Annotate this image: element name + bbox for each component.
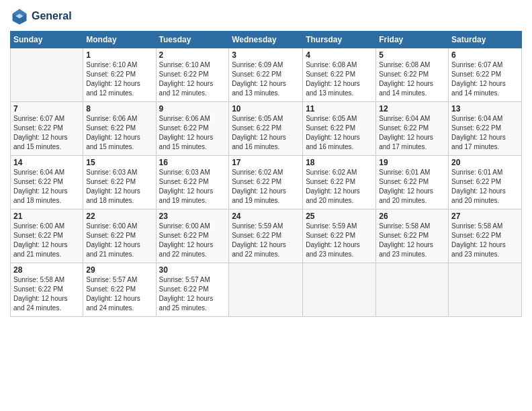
calendar-cell: 14Sunrise: 6:04 AM Sunset: 6:22 PM Dayli… [11, 156, 83, 210]
day-number: 3 [232, 50, 300, 60]
day-info: Sunrise: 6:07 AM Sunset: 6:22 PM Dayligh… [13, 114, 80, 152]
day-number: 29 [86, 265, 152, 275]
calendar-cell [449, 263, 522, 317]
day-number: 27 [451, 212, 519, 221]
week-row-1: 1Sunrise: 6:10 AM Sunset: 6:22 PM Daylig… [11, 48, 522, 102]
day-info: Sunrise: 6:10 AM Sunset: 6:22 PM Dayligh… [86, 60, 152, 98]
col-header-saturday: Saturday [449, 32, 522, 48]
day-number: 19 [379, 158, 445, 167]
day-number: 7 [13, 104, 80, 113]
col-header-friday: Friday [376, 32, 449, 48]
calendar-cell: 2Sunrise: 6:10 AM Sunset: 6:22 PM Daylig… [156, 48, 229, 102]
calendar-cell: 29Sunrise: 5:57 AM Sunset: 6:22 PM Dayli… [83, 263, 156, 317]
day-number: 4 [306, 50, 373, 60]
day-info: Sunrise: 6:03 AM Sunset: 6:22 PM Dayligh… [86, 168, 152, 205]
day-info: Sunrise: 6:06 AM Sunset: 6:22 PM Dayligh… [159, 114, 226, 152]
day-number: 5 [379, 50, 445, 60]
day-info: Sunrise: 6:09 AM Sunset: 6:22 PM Dayligh… [232, 60, 300, 98]
calendar-cell [376, 263, 449, 317]
day-info: Sunrise: 6:05 AM Sunset: 6:22 PM Dayligh… [232, 114, 300, 152]
calendar-cell: 3Sunrise: 6:09 AM Sunset: 6:22 PM Daylig… [229, 48, 303, 102]
day-info: Sunrise: 6:00 AM Sunset: 6:22 PM Dayligh… [13, 222, 80, 259]
calendar-cell: 7Sunrise: 6:07 AM Sunset: 6:22 PM Daylig… [11, 102, 83, 156]
calendar-cell: 12Sunrise: 6:04 AM Sunset: 6:22 PM Dayli… [376, 102, 449, 156]
calendar-cell: 5Sunrise: 6:08 AM Sunset: 6:22 PM Daylig… [376, 48, 449, 102]
calendar-cell: 1Sunrise: 6:10 AM Sunset: 6:22 PM Daylig… [83, 48, 156, 102]
col-header-wednesday: Wednesday [229, 32, 303, 48]
day-info: Sunrise: 6:02 AM Sunset: 6:22 PM Dayligh… [232, 168, 300, 205]
calendar-cell: 8Sunrise: 6:06 AM Sunset: 6:22 PM Daylig… [83, 102, 156, 156]
day-info: Sunrise: 6:01 AM Sunset: 6:22 PM Dayligh… [451, 168, 519, 205]
day-number: 2 [159, 50, 226, 60]
day-info: Sunrise: 6:08 AM Sunset: 6:22 PM Dayligh… [306, 60, 373, 98]
calendar-cell: 16Sunrise: 6:03 AM Sunset: 6:22 PM Dayli… [156, 156, 229, 210]
day-number: 30 [159, 265, 226, 275]
header: General [10, 7, 522, 26]
day-number: 18 [306, 158, 373, 167]
calendar-cell: 28Sunrise: 5:58 AM Sunset: 6:22 PM Dayli… [11, 263, 83, 317]
day-info: Sunrise: 6:04 AM Sunset: 6:22 PM Dayligh… [451, 114, 519, 152]
calendar-cell: 17Sunrise: 6:02 AM Sunset: 6:22 PM Dayli… [229, 156, 303, 210]
calendar-cell: 18Sunrise: 6:02 AM Sunset: 6:22 PM Dayli… [303, 156, 376, 210]
week-row-2: 7Sunrise: 6:07 AM Sunset: 6:22 PM Daylig… [11, 102, 522, 156]
day-info: Sunrise: 6:03 AM Sunset: 6:22 PM Dayligh… [159, 168, 226, 205]
day-info: Sunrise: 5:59 AM Sunset: 6:22 PM Dayligh… [306, 222, 373, 259]
calendar-cell: 6Sunrise: 6:07 AM Sunset: 6:22 PM Daylig… [449, 48, 522, 102]
col-header-tuesday: Tuesday [156, 32, 229, 48]
day-info: Sunrise: 5:58 AM Sunset: 6:22 PM Dayligh… [451, 222, 519, 259]
logo-text: General [32, 10, 72, 22]
calendar-cell: 4Sunrise: 6:08 AM Sunset: 6:22 PM Daylig… [303, 48, 376, 102]
day-info: Sunrise: 5:59 AM Sunset: 6:22 PM Dayligh… [232, 222, 300, 259]
col-header-thursday: Thursday [303, 32, 376, 48]
day-info: Sunrise: 5:57 AM Sunset: 6:22 PM Dayligh… [159, 275, 226, 313]
week-row-3: 14Sunrise: 6:04 AM Sunset: 6:22 PM Dayli… [11, 156, 522, 210]
calendar-cell: 30Sunrise: 5:57 AM Sunset: 6:22 PM Dayli… [156, 263, 229, 317]
day-number: 23 [159, 212, 226, 221]
week-row-4: 21Sunrise: 6:00 AM Sunset: 6:22 PM Dayli… [11, 210, 522, 263]
calendar-cell: 9Sunrise: 6:06 AM Sunset: 6:22 PM Daylig… [156, 102, 229, 156]
col-header-sunday: Sunday [11, 32, 83, 48]
day-number: 6 [451, 50, 519, 60]
day-info: Sunrise: 6:10 AM Sunset: 6:22 PM Dayligh… [159, 60, 226, 98]
week-row-5: 28Sunrise: 5:58 AM Sunset: 6:22 PM Dayli… [11, 263, 522, 317]
day-info: Sunrise: 5:57 AM Sunset: 6:22 PM Dayligh… [86, 275, 152, 313]
calendar-table: SundayMondayTuesdayWednesdayThursdayFrid… [10, 31, 522, 317]
day-number: 28 [13, 265, 80, 275]
day-info: Sunrise: 5:58 AM Sunset: 6:22 PM Dayligh… [13, 275, 80, 313]
day-info: Sunrise: 5:58 AM Sunset: 6:22 PM Dayligh… [379, 222, 445, 259]
day-number: 14 [13, 158, 80, 167]
day-number: 24 [232, 212, 300, 221]
day-number: 26 [379, 212, 445, 221]
day-info: Sunrise: 6:04 AM Sunset: 6:22 PM Dayligh… [13, 168, 80, 205]
calendar-cell: 15Sunrise: 6:03 AM Sunset: 6:22 PM Dayli… [83, 156, 156, 210]
day-number: 22 [86, 212, 152, 221]
day-number: 13 [451, 104, 519, 113]
day-info: Sunrise: 6:07 AM Sunset: 6:22 PM Dayligh… [451, 60, 519, 98]
day-info: Sunrise: 6:00 AM Sunset: 6:22 PM Dayligh… [86, 222, 152, 259]
calendar-cell: 10Sunrise: 6:05 AM Sunset: 6:22 PM Dayli… [229, 102, 303, 156]
day-number: 10 [232, 104, 300, 113]
calendar-header-row: SundayMondayTuesdayWednesdayThursdayFrid… [11, 32, 522, 48]
calendar-cell [11, 48, 83, 102]
calendar-cell: 23Sunrise: 6:00 AM Sunset: 6:22 PM Dayli… [156, 210, 229, 263]
calendar-cell: 25Sunrise: 5:59 AM Sunset: 6:22 PM Dayli… [303, 210, 376, 263]
calendar-cell [303, 263, 376, 317]
calendar-cell: 26Sunrise: 5:58 AM Sunset: 6:22 PM Dayli… [376, 210, 449, 263]
day-info: Sunrise: 6:08 AM Sunset: 6:22 PM Dayligh… [379, 60, 445, 98]
day-number: 8 [86, 104, 152, 113]
day-number: 12 [379, 104, 445, 113]
calendar-cell [229, 263, 303, 317]
day-info: Sunrise: 6:04 AM Sunset: 6:22 PM Dayligh… [379, 114, 445, 152]
day-number: 11 [306, 104, 373, 113]
col-header-monday: Monday [83, 32, 156, 48]
day-number: 20 [451, 158, 519, 167]
page-container: General SundayMondayTuesdayWednesdayThur… [0, 0, 532, 324]
calendar-cell: 24Sunrise: 5:59 AM Sunset: 6:22 PM Dayli… [229, 210, 303, 263]
logo-icon [10, 7, 29, 26]
day-number: 9 [159, 104, 226, 113]
day-number: 15 [86, 158, 152, 167]
calendar-cell: 27Sunrise: 5:58 AM Sunset: 6:22 PM Dayli… [449, 210, 522, 263]
day-number: 17 [232, 158, 300, 167]
day-number: 21 [13, 212, 80, 221]
day-number: 1 [86, 50, 152, 60]
